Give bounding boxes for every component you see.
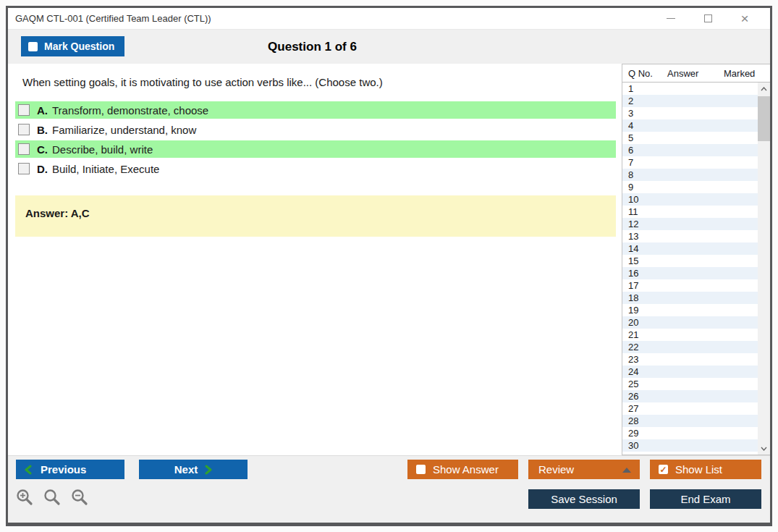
footer-bar: Previous Next Show Answer Review Show Li… — [8, 455, 770, 523]
exam-window: GAQM CTL-001 (Certified Team Leader (CTL… — [6, 6, 772, 526]
previous-label: Previous — [41, 463, 86, 476]
end-exam-label: End Exam — [680, 493, 730, 505]
column-header-marked: Marked — [724, 68, 755, 79]
question-list-row[interactable]: 12 — [622, 218, 758, 230]
answer-box: Answer: A,C — [15, 195, 616, 237]
option-checkbox[interactable] — [18, 163, 30, 174]
question-list-rows: 1234567891011121314151617181920212223242… — [622, 83, 758, 452]
question-list-row[interactable]: 27 — [622, 402, 758, 415]
question-list-row[interactable]: 16 — [622, 267, 758, 279]
zoom-in-icon[interactable] — [15, 488, 35, 507]
question-list-row[interactable]: 9 — [622, 181, 758, 193]
question-list-row[interactable]: 3 — [622, 107, 758, 119]
window-controls: × — [664, 12, 760, 25]
scroll-down-arrow-icon[interactable] — [758, 442, 770, 455]
scrollbar-thumb[interactable] — [758, 96, 770, 141]
show-answer-button[interactable]: Show Answer — [407, 460, 518, 479]
zoom-out-icon[interactable] — [70, 488, 90, 507]
option-letter: A. — [37, 104, 48, 117]
question-list-row[interactable]: 21 — [622, 329, 758, 341]
save-session-label: Save Session — [551, 493, 617, 505]
review-label: Review — [538, 463, 574, 476]
option-row-a[interactable]: A.Transform, demonstrate, choose — [15, 101, 616, 119]
titlebar: GAQM CTL-001 (Certified Team Leader (CTL… — [8, 8, 770, 29]
question-list-panel: Q No. Answer Marked 12345678910111213141… — [622, 64, 770, 455]
question-list-row[interactable]: 7 — [622, 156, 758, 169]
show-answer-label: Show Answer — [433, 463, 499, 476]
end-exam-button[interactable]: End Exam — [650, 489, 761, 509]
question-list-row[interactable]: 20 — [622, 316, 758, 329]
question-list-row[interactable]: 11 — [622, 206, 758, 218]
option-text: Describe, build, write — [52, 143, 153, 156]
column-header-qno: Q No. — [628, 68, 653, 79]
window-title: GAQM CTL-001 (Certified Team Leader (CTL… — [15, 13, 211, 24]
question-text: When setting goals, it is motivating to … — [22, 76, 616, 88]
next-label: Next — [174, 463, 198, 476]
question-list-row[interactable]: 24 — [622, 366, 758, 378]
arrow-up-icon — [622, 468, 631, 473]
question-list-row[interactable]: 22 — [622, 341, 758, 353]
previous-button[interactable]: Previous — [16, 460, 124, 479]
question-list-body: 1234567891011121314151617181920212223242… — [622, 83, 770, 455]
question-list-row[interactable]: 8 — [622, 169, 758, 181]
column-header-answer: Answer — [667, 68, 698, 79]
option-checkbox[interactable] — [18, 143, 30, 155]
show-answer-checkbox — [416, 465, 426, 474]
close-button[interactable]: × — [738, 12, 751, 25]
question-pane: When setting goals, it is motivating to … — [8, 64, 622, 455]
question-list-row[interactable]: 4 — [622, 119, 758, 132]
zoom-controls — [15, 488, 90, 507]
option-row-c[interactable]: C.Describe, build, write — [15, 140, 616, 158]
minimize-button[interactable] — [664, 12, 677, 25]
option-text: Build, Initiate, Execute — [52, 163, 159, 175]
zoom-reset-icon[interactable] — [43, 488, 62, 507]
save-session-button[interactable]: Save Session — [528, 489, 640, 509]
show-list-checkbox — [659, 465, 668, 474]
show-list-label: Show List — [675, 463, 722, 476]
option-row-b[interactable]: B.Familiarize, understand, know — [15, 121, 616, 138]
question-list-row[interactable]: 29 — [622, 427, 758, 439]
question-list-row[interactable]: 14 — [622, 242, 758, 255]
scroll-up-arrow-icon[interactable] — [758, 83, 770, 95]
answer-label: Answer: A,C — [25, 207, 90, 219]
option-text: Familiarize, understand, know — [52, 124, 196, 136]
question-list-row[interactable]: 10 — [622, 193, 758, 206]
option-letter: C. — [37, 143, 48, 156]
question-list-scrollbar[interactable] — [758, 83, 770, 455]
maximize-button[interactable] — [701, 12, 714, 25]
question-list-row[interactable]: 6 — [622, 144, 758, 156]
option-letter: B. — [37, 124, 48, 136]
options-list: A.Transform, demonstrate, chooseB.Famili… — [15, 101, 616, 177]
question-list-row[interactable]: 28 — [622, 415, 758, 427]
content-area: When setting goals, it is motivating to … — [8, 64, 770, 455]
question-list-row[interactable]: 19 — [622, 304, 758, 316]
close-icon: × — [740, 12, 748, 25]
chevron-right-icon — [205, 465, 212, 475]
question-list-row[interactable]: 2 — [622, 95, 758, 107]
show-list-button[interactable]: Show List — [650, 460, 761, 479]
question-list-row[interactable]: 5 — [622, 132, 758, 144]
option-text: Transform, demonstrate, choose — [52, 104, 208, 117]
minimize-icon — [667, 18, 675, 19]
question-list-row[interactable]: 1 — [622, 83, 758, 95]
next-button[interactable]: Next — [139, 460, 248, 479]
question-list-header: Q No. Answer Marked — [622, 64, 770, 83]
question-list-row[interactable]: 26 — [622, 390, 758, 402]
question-list-row[interactable]: 23 — [622, 353, 758, 366]
chevron-left-icon — [25, 465, 32, 475]
option-checkbox[interactable] — [18, 124, 30, 135]
maximize-icon — [704, 14, 712, 22]
header-band: Mark Question Question 1 of 6 — [8, 29, 770, 64]
question-list-row[interactable]: 15 — [622, 255, 758, 267]
question-list-row[interactable]: 17 — [622, 279, 758, 292]
option-letter: D. — [37, 163, 48, 175]
question-list-row[interactable]: 18 — [622, 292, 758, 304]
option-row-d[interactable]: D.Build, Initiate, Execute — [15, 160, 616, 177]
question-counter: Question 1 of 6 — [8, 30, 617, 64]
option-checkbox[interactable] — [18, 104, 30, 116]
review-button[interactable]: Review — [528, 460, 640, 479]
question-list-row[interactable]: 30 — [622, 439, 758, 452]
question-list-row[interactable]: 25 — [622, 378, 758, 390]
question-list-row[interactable]: 13 — [622, 230, 758, 242]
